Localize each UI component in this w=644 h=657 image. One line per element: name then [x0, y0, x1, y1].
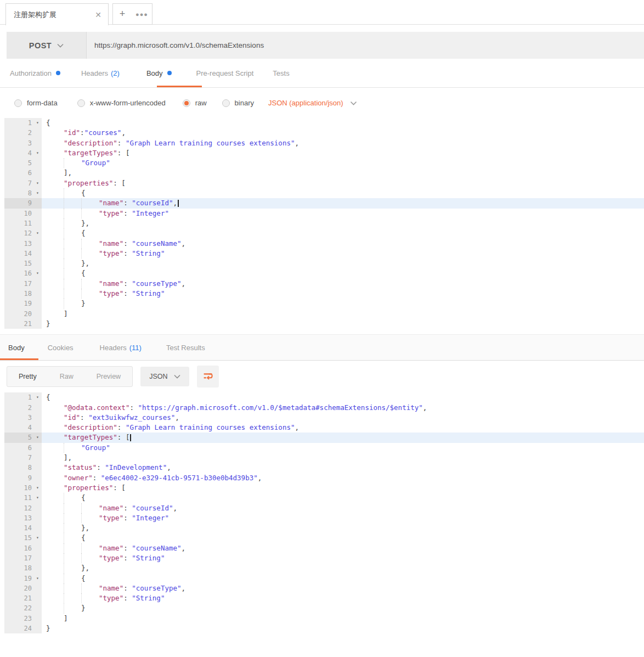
code-line[interactable]: 14"type": "String" [4, 249, 644, 259]
code-line: 5▾"targetTypes": [ [4, 433, 644, 442]
tab-body[interactable]: Body [146, 69, 172, 77]
response-tab-test-results[interactable]: Test Results [166, 344, 205, 352]
code-line[interactable]: 2"id":"courses", [4, 128, 644, 138]
view-preview[interactable]: Preview [85, 367, 132, 386]
url-input[interactable]: https://graph.microsoft.com/v1.0/schemaE… [86, 32, 644, 59]
fold-toggle-icon[interactable]: ▾ [33, 493, 42, 503]
code-content[interactable]: "description": "Graph Learn training cou… [42, 138, 644, 148]
request-body-editor[interactable]: 1▾{2"id":"courses",3"description": "Grap… [4, 118, 644, 329]
code-line[interactable]: 12▾{ [4, 228, 644, 238]
code-content[interactable]: "id":"courses", [42, 128, 644, 138]
code-content[interactable]: ], [42, 168, 644, 178]
fold-toggle-icon[interactable]: ▾ [33, 118, 42, 128]
body-type-raw[interactable]: raw [183, 99, 207, 107]
code-line[interactable]: 13"name": "courseName", [4, 239, 644, 249]
radio-icon[interactable] [183, 99, 190, 107]
code-line[interactable]: 6], [4, 168, 644, 178]
fold-toggle-icon[interactable]: ▾ [33, 188, 42, 198]
code-line[interactable]: 18"type": "String" [4, 289, 644, 299]
code-line[interactable]: 7▾"properties": [ [4, 178, 644, 188]
code-line: 3"id": "ext3uikwfwz_courses", [4, 413, 644, 423]
code-line[interactable]: 11}, [4, 218, 644, 228]
tab-pre-request-script[interactable]: Pre-request Script [196, 69, 254, 77]
method-dropdown[interactable]: POST [7, 32, 86, 59]
tab-headers[interactable]: Headers(2) [81, 69, 120, 77]
gutter: 19 [4, 299, 42, 308]
view-pretty[interactable]: Pretty [7, 367, 48, 386]
json-key: "description" [64, 138, 117, 148]
code-content[interactable]: "type": "String" [42, 289, 644, 299]
gutter: 9 [4, 198, 42, 208]
code-line[interactable]: 16▾{ [4, 268, 644, 278]
code-line[interactable]: 5"Group" [4, 158, 644, 168]
code-content[interactable]: } [42, 319, 644, 329]
code-line[interactable]: 4▾"targetTypes": [ [4, 148, 644, 158]
fold-toggle-icon[interactable]: ▾ [33, 533, 42, 543]
radio-icon[interactable] [77, 99, 85, 107]
code-content[interactable]: }, [42, 259, 644, 268]
code-content[interactable]: { [42, 268, 644, 278]
view-raw[interactable]: Raw [48, 367, 85, 386]
fold-toggle-icon[interactable]: ▾ [33, 148, 42, 158]
json-punct: } [46, 319, 50, 329]
code-content[interactable]: { [42, 228, 644, 238]
code-line: 6"Group" [4, 443, 644, 453]
tab-menu-button[interactable]: ●●● [132, 3, 152, 25]
gutter: 11 [4, 218, 42, 228]
fold-toggle-icon[interactable]: ▾ [33, 574, 42, 583]
json-punct: ] [64, 614, 68, 624]
tab-authorization[interactable]: Authorization [10, 69, 60, 77]
chevron-down-icon [350, 101, 357, 105]
gutter: 19▾ [4, 574, 42, 583]
body-type-x-www-form-urlencoded[interactable]: x-www-form-urlencoded [77, 99, 166, 107]
code-content: "name": "courseType", [42, 583, 644, 593]
code-content[interactable]: } [42, 299, 644, 308]
code-line[interactable]: 15}, [4, 259, 644, 268]
fold-toggle-icon[interactable]: ▾ [33, 392, 42, 402]
format-label: JSON [149, 373, 167, 380]
request-tab[interactable]: 注册架构扩展 ✕ [5, 3, 109, 25]
response-tab-headers[interactable]: Headers(11) [100, 344, 142, 352]
fold-toggle-icon[interactable]: ▾ [33, 178, 42, 188]
code-line[interactable]: 17"name": "courseType", [4, 279, 644, 289]
tab-tests[interactable]: Tests [273, 69, 289, 77]
line-number: 20 [4, 583, 33, 593]
content-type-dropdown[interactable]: JSON (application/json) [268, 99, 357, 107]
gutter: 12▾ [4, 228, 42, 238]
new-tab-button[interactable]: + [112, 3, 132, 25]
response-tab-body[interactable]: Body [8, 344, 25, 352]
code-content[interactable]: "type": "Integer" [42, 209, 644, 218]
wrap-lines-button[interactable] [197, 366, 219, 388]
code-line[interactable]: 3"description": "Graph Learn training co… [4, 138, 644, 148]
code-content[interactable]: "properties": [ [42, 178, 644, 188]
close-tab-icon[interactable]: ✕ [95, 10, 101, 19]
body-type-binary[interactable]: binary [222, 99, 254, 107]
code-content[interactable]: { [42, 118, 644, 128]
code-line[interactable]: 21} [4, 319, 644, 329]
code-content[interactable]: "type": "String" [42, 249, 644, 259]
code-content[interactable]: { [42, 188, 644, 198]
code-line[interactable]: 20] [4, 309, 644, 319]
code-line[interactable]: 10"type": "Integer" [4, 209, 644, 218]
fold-toggle-icon[interactable]: ▾ [33, 228, 42, 238]
code-line[interactable]: 9"name": "courseId", [4, 198, 644, 208]
code-line[interactable]: 8▾{ [4, 188, 644, 198]
code-content[interactable]: "name": "courseName", [42, 239, 644, 249]
code-content[interactable]: "Group" [42, 158, 644, 168]
radio-icon[interactable] [222, 99, 230, 107]
gutter: 2 [4, 128, 42, 138]
radio-icon[interactable] [14, 99, 22, 107]
code-content[interactable]: }, [42, 218, 644, 228]
code-content[interactable]: "targetTypes": [ [42, 148, 644, 158]
code-content[interactable]: ] [42, 309, 644, 319]
code-content[interactable]: "name": "courseId", [42, 198, 644, 208]
code-line[interactable]: 19} [4, 299, 644, 308]
code-content[interactable]: "name": "courseType", [42, 279, 644, 289]
fold-toggle-icon[interactable]: ▾ [33, 483, 42, 493]
fold-toggle-icon[interactable]: ▾ [33, 268, 42, 278]
code-line[interactable]: 1▾{ [4, 118, 644, 128]
format-dropdown[interactable]: JSON [140, 367, 189, 386]
response-tab-cookies[interactable]: Cookies [48, 344, 74, 352]
body-type-form-data[interactable]: form-data [14, 99, 58, 107]
fold-toggle-icon[interactable]: ▾ [33, 433, 42, 442]
